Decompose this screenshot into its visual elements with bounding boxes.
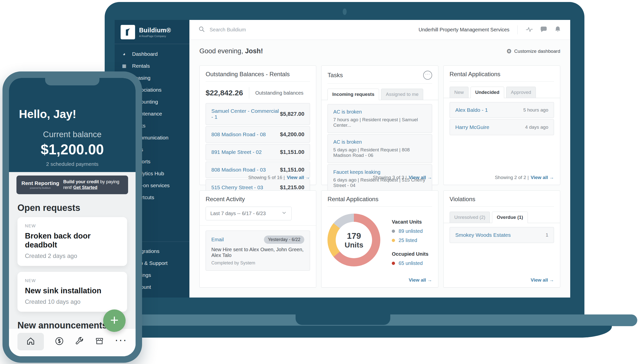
view-all-link[interactable]: View all → <box>531 175 554 180</box>
greeting-name: Josh! <box>245 47 263 55</box>
company-name: Underhill Property Management Services <box>418 27 509 32</box>
card-recent-activity: Recent Activity Last 7 days -- 6/17 - 6/… <box>199 190 316 288</box>
chevron-down-icon <box>281 210 287 217</box>
nav-more-button[interactable]: ··· <box>115 340 127 343</box>
activity-type-link[interactable]: Email <box>211 237 224 242</box>
activity-sub: Completed by System <box>211 260 304 266</box>
card-title: Recent Activity <box>206 196 245 203</box>
request-card[interactable]: NEW New sink installation Created 10 day… <box>18 272 127 312</box>
main-area: Underhill Property Management Services G… <box>189 20 570 298</box>
application-row[interactable]: Alex Baldo - 1 5 hours ago <box>450 102 554 118</box>
task-row[interactable]: AC is broken 7 hours ago | Resident requ… <box>328 104 432 133</box>
chat-icon[interactable] <box>540 26 547 34</box>
applicant-link[interactable]: Harry McGuire <box>455 124 489 130</box>
sidebar-item[interactable]: ▦ Rentals <box>115 60 189 72</box>
nav-store-button[interactable] <box>95 336 104 347</box>
task-row[interactable]: AC is broken 5 days ago | Resident Reque… <box>328 134 432 163</box>
phone-header: Hello, Jay! Current balance $1,200.00 2 … <box>9 78 136 172</box>
property-link[interactable]: Samuel Center - Commercial - 1 <box>211 108 280 120</box>
activity-text: New Hire sent to Alex Owen, John Green, … <box>211 247 304 258</box>
brand-name: Buildium® <box>139 27 171 34</box>
card-tasks: Tasks ··· Incoming requestsAssigned to m… <box>321 66 438 185</box>
property-link[interactable]: 808 Madison Road - 03 <box>211 167 266 173</box>
nav-payments-button[interactable] <box>55 336 64 347</box>
application-row[interactable]: Harry McGuire 4 days ago <box>450 119 554 135</box>
card-title: Violations <box>450 196 476 203</box>
tab[interactable]: Approved <box>506 87 536 98</box>
view-all-link[interactable]: View all → <box>409 175 432 180</box>
nav-home-button[interactable] <box>18 333 44 350</box>
view-all-link[interactable]: View all → <box>287 175 310 180</box>
dashboard-content: Good evening, Josh! ⚙ Customize dashboar… <box>189 40 570 298</box>
legend-dot <box>392 230 395 233</box>
tab[interactable]: New <box>450 87 469 98</box>
balance-amount: $4,200.00 <box>280 131 304 138</box>
tab[interactable]: Unresolved (2) <box>450 212 490 223</box>
tab[interactable]: Overdue (1) <box>492 212 528 223</box>
task-meta: 5 days ago | Resident Request | 808 Madi… <box>333 147 426 158</box>
wrench-icon <box>75 336 84 347</box>
property-link[interactable]: 808 Madison Road - 08 <box>211 132 266 138</box>
property-link[interactable]: 515 Cherry Street - 03 <box>211 184 263 190</box>
phone-screen: Hello, Jay! Current balance $1,200.00 2 … <box>9 78 136 356</box>
task-link[interactable]: Faucet keeps leaking <box>333 169 426 175</box>
dashboard-screen: Buildium® A RealPage Company ◕ Dashboard… <box>115 20 570 298</box>
property-link[interactable]: 891 Maple Street - 02 <box>211 149 262 155</box>
tab[interactable]: Assigned to me <box>381 89 423 100</box>
search-input[interactable] <box>210 27 414 32</box>
card-outstanding-balances: Outstanding Balances - Rentals $22,842.2… <box>199 66 316 185</box>
donut-legend: Vacant Units 89 unlisted <box>392 214 428 270</box>
rent-reporting-banner[interactable]: Rent Reporting powered by Buildium Build… <box>17 176 128 194</box>
balance-amount: $5,827.00 <box>280 111 304 117</box>
bell-icon[interactable] <box>554 26 561 34</box>
balance-row[interactable]: Samuel Center - Commercial - 1 $5,827.00 <box>206 103 310 125</box>
request-card[interactable]: NEW Broken back door deadbolt Created 2 … <box>18 217 127 266</box>
banner-message: Build your credit by paying rent!Get Sta… <box>63 179 123 191</box>
view-all-link[interactable]: View all → <box>409 277 432 282</box>
showing-count: Showing 5 of 16 | <box>248 175 285 180</box>
phone-notch <box>45 78 99 86</box>
sidebar-item-label: Rentals <box>132 63 150 69</box>
donut-total-label: Units <box>345 241 363 249</box>
view-all-link[interactable]: View all → <box>531 277 554 282</box>
legend-row[interactable]: 89 unlisted <box>392 228 428 234</box>
balance-row[interactable]: 891 Maple Street - 02 $1,151.00 <box>206 144 310 160</box>
units-donut: 179 Units <box>328 214 380 266</box>
applicant-link[interactable]: Alex Baldo - 1 <box>455 107 488 113</box>
activity-pulse-icon[interactable] <box>526 26 533 34</box>
card-rental-applications-list: Rental Applications NewUndecidedApproved… <box>443 66 560 185</box>
balance-amount: $1,151.00 <box>280 166 304 173</box>
task-meta: 7 hours ago | Resident request | Samuel … <box>333 117 426 128</box>
new-badge: NEW <box>25 278 120 283</box>
activity-range-select[interactable]: Last 7 days -- 6/17 - 6/23 <box>206 207 291 220</box>
phone-bottom-nav: ··· <box>9 328 136 356</box>
violation-row[interactable]: Smokey Woods Estates 1 <box>450 227 554 243</box>
request-title: New sink installation <box>25 286 120 295</box>
customize-dashboard-button[interactable]: ⚙ Customize dashboard <box>506 48 560 54</box>
card-title: Rental Applications <box>328 196 378 203</box>
home-icon <box>26 336 35 347</box>
sidebar-item[interactable]: ◕ Dashboard <box>115 48 189 60</box>
legend-group-title: Vacant Units <box>392 219 428 225</box>
task-link[interactable]: AC is broken <box>333 109 426 115</box>
balance-label: Current balance <box>9 130 136 139</box>
sidebar-item-icon: ▦ <box>121 63 127 69</box>
balance-row[interactable]: 808 Madison Road - 08 $4,200.00 <box>206 126 310 143</box>
tab[interactable]: Incoming requests <box>328 89 379 100</box>
legend-dot <box>392 239 395 242</box>
nav-maintenance-button[interactable] <box>75 336 84 347</box>
card-rental-applications-chart: Rental Applications 179 Units Vacant Uni… <box>321 190 438 288</box>
add-button[interactable]: + <box>103 310 126 332</box>
request-meta: Created 2 days ago <box>25 252 120 260</box>
violation-link[interactable]: Smokey Woods Estates <box>455 232 511 238</box>
legend-row[interactable]: 25 listed <box>392 238 428 243</box>
tab[interactable]: Undecided <box>471 87 504 98</box>
legend-row[interactable]: 65 unlisted <box>392 260 428 266</box>
more-options-icon[interactable]: ··· <box>423 71 432 80</box>
showing-count: Showing 3 of 3 | <box>373 175 407 180</box>
buildium-logo[interactable]: Buildium® A RealPage Company <box>115 20 189 44</box>
get-started-link[interactable]: Get Started <box>73 185 97 190</box>
phone-frame: Hello, Jay! Current balance $1,200.00 2 … <box>3 72 142 363</box>
activity-row[interactable]: Email Yesterday - 6/22 New Hire sent to … <box>206 230 310 271</box>
task-link[interactable]: AC is broken <box>333 139 426 145</box>
